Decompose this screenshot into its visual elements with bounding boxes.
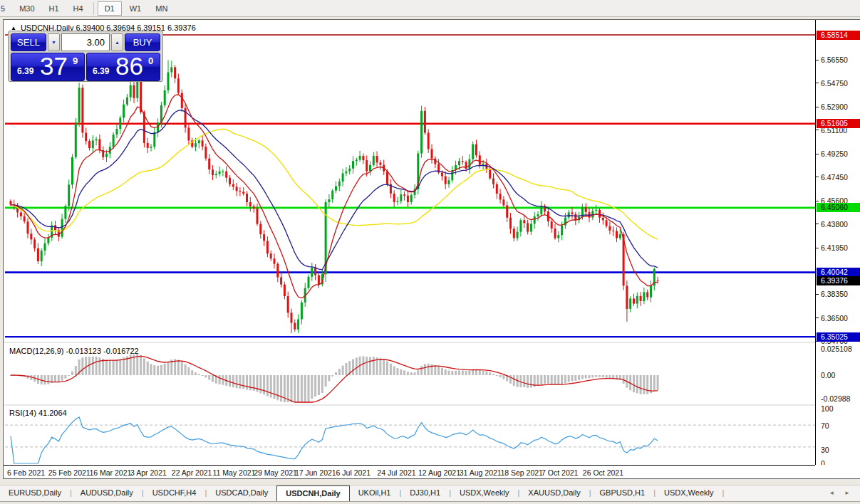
chart-tab-dj30-h1[interactable]: DJ30,H1 (401, 485, 449, 501)
date-axis-label: 11 May 2021 (213, 468, 256, 477)
rsi-axis-label: 70 (821, 421, 829, 430)
price-tick-label: 6.38350 (821, 290, 848, 298)
tab-scroll-left-icon[interactable]: ◄ (829, 490, 834, 501)
chart-tab-eurusd-daily[interactable]: EURUSD,Daily (0, 485, 70, 501)
level-price-badge: 6.45060 (817, 203, 860, 212)
date-axis-label: 22 Apr 2021 (172, 468, 212, 477)
chart-tab-usdcnh-daily[interactable]: USDCNH,Daily (276, 485, 349, 501)
date-axis-label: 18 Sep 2021 (500, 468, 543, 477)
timeframe-button-mn[interactable]: MN (149, 2, 174, 15)
date-axis-label: 17 Jun 2021 (295, 468, 336, 477)
ma-fast-red (11, 95, 658, 298)
price-tick-label: 6.36500 (821, 314, 848, 322)
chart-tab-usdchf-h4[interactable]: USDCHF,H4 (144, 485, 205, 501)
sell-price-panel[interactable]: 6.39 37 9 (11, 53, 85, 81)
date-axis-label: 6 Jul 2021 (336, 468, 371, 477)
price-tick-mark (816, 317, 819, 318)
one-click-trade-widget: SELL ▼ ▲ BUY 6.39 37 9 6.39 86 0 (8, 31, 163, 82)
buy-price-main: 86 (115, 52, 143, 80)
price-tick-mark (816, 130, 819, 130)
timeframe-button-d1[interactable]: D1 (98, 1, 122, 16)
timeframe-button-5[interactable]: 5 (0, 2, 11, 15)
rsi-axis-label: 0 (821, 459, 825, 465)
chart-tab-bar: EURUSD,Daily|AUDUSD,Daily|USDCHF,H4|USDC… (0, 485, 860, 502)
level-price-badge: 6.58514 (817, 31, 860, 40)
buy-price-panel[interactable]: 6.39 86 0 (86, 53, 160, 81)
chart-tab-ukoil-h1[interactable]: UKOil,H1 (350, 485, 400, 501)
chart-tab-gbpusd-h1[interactable]: GBPUSD,H1 (591, 485, 654, 501)
macd-indicator-label: MACD(12,26,9) -0.013123 -0.016722 (9, 347, 139, 355)
macd-axis-label: 0.00 (821, 371, 835, 379)
macd-axis-label: -0.02988 (821, 394, 850, 403)
chart-tab-usdx-weekly[interactable]: USDX,Weekly (656, 485, 722, 501)
ma-slow-yellow (11, 129, 658, 239)
panel-splitter[interactable] (4, 342, 815, 343)
price-tick-mark (816, 60, 819, 61)
date-axis-label: 3 Apr 2021 (130, 468, 167, 477)
price-tick-mark (816, 83, 819, 83)
date-axis-label: 24 Jul 2021 (377, 468, 415, 477)
buy-price-pip: 0 (148, 56, 153, 66)
price-tick-mark (816, 224, 819, 224)
sell-price-prefix: 6.39 (17, 66, 33, 76)
date-axis-label: 25 Feb 2021 (48, 468, 90, 477)
date-axis-label: 12 Aug 2021 (418, 468, 460, 477)
rsi-axis-label: 100 (821, 404, 834, 413)
rsi-axis-label: 30 (821, 446, 829, 454)
price-axis[interactable]: 6.565506.547506.529006.511006.492506.474… (815, 20, 860, 465)
ma-mid-blue (11, 110, 658, 270)
rsi-line (11, 417, 658, 463)
tab-separator: | (722, 485, 724, 501)
rsi-indicator-label: RSI(14) 41.2064 (9, 409, 67, 417)
rsi-plot[interactable] (5, 406, 815, 465)
price-tick-mark (816, 107, 819, 107)
timeframe-button-h1[interactable]: H1 (43, 2, 66, 15)
sell-price-main: 37 (40, 52, 68, 80)
date-axis-label: 6 Feb 2021 (7, 468, 45, 477)
buy-price-prefix: 6.39 (93, 66, 109, 76)
level-price-badge: 6.35025 (817, 332, 860, 342)
current-price-badge: 6.39376 (817, 276, 860, 285)
chart-tab-xauusd-daily[interactable]: XAUUSD,Daily (519, 485, 589, 501)
chart-tab-audusd-daily[interactable]: AUDUSD,Daily (72, 485, 142, 501)
price-tick-mark (816, 248, 819, 248)
level-price-badge: 6.51605 (817, 119, 860, 128)
price-tick-mark (816, 177, 819, 177)
price-tick-mark (816, 154, 819, 154)
timeframe-button-w1[interactable]: W1 (123, 2, 148, 15)
sell-price-pip: 9 (73, 56, 78, 66)
chart-tab-usdcad-daily[interactable]: USDCAD,Daily (207, 485, 276, 501)
trading-terminal: 5M30H1H4D1W1MN ▲ USDCNH,Daily 6.39400 6.… (0, 0, 860, 504)
price-tick-label: 6.43800 (821, 220, 848, 229)
date-axis-label: 7 Oct 2021 (542, 468, 578, 477)
macd-signal-line (11, 356, 658, 402)
tab-scroll-controls: ◄► (829, 485, 860, 501)
timeframe-button-m30[interactable]: M30 (13, 2, 41, 15)
macd-axis-label: 0.025108 (821, 345, 852, 353)
volume-input[interactable] (61, 33, 110, 51)
price-tick-label: 6.52900 (821, 103, 848, 111)
date-axis-label: 26 Oct 2021 (583, 468, 623, 477)
toolbar-separator (93, 2, 94, 15)
status-strip (0, 479, 860, 485)
price-tick-label: 6.54750 (821, 79, 848, 88)
volume-decrease-button[interactable]: ▼ (48, 33, 60, 51)
price-tick-mark (816, 201, 819, 201)
chart-tab-usdx-weekly[interactable]: USDX,Weekly (451, 485, 517, 501)
price-tick-mark (816, 294, 819, 295)
timeframe-button-h4[interactable]: H4 (67, 2, 90, 15)
price-tick-label: 6.41950 (821, 243, 848, 252)
timeframe-toolbar: 5M30H1H4D1W1MN (0, 0, 860, 17)
tab-scroll-right-icon[interactable]: ► (844, 490, 850, 501)
price-tick-label: 6.56550 (821, 56, 848, 64)
price-tick-label: 6.49250 (821, 149, 848, 158)
chart-window: ▲ USDCNH,Daily 6.39400 6.39694 6.39151 6… (3, 19, 860, 479)
panel-splitter[interactable] (4, 404, 815, 406)
price-tick-label: 6.47450 (821, 173, 848, 182)
sell-button[interactable]: SELL (11, 33, 46, 51)
date-axis[interactable]: 6 Feb 202125 Feb 202116 Mar 20213 Apr 20… (4, 465, 815, 478)
volume-increase-button[interactable]: ▲ (111, 33, 123, 51)
date-axis-label: 16 Mar 2021 (89, 468, 131, 477)
date-axis-label: 29 May 2021 (254, 468, 297, 477)
buy-button[interactable]: BUY (125, 33, 160, 51)
